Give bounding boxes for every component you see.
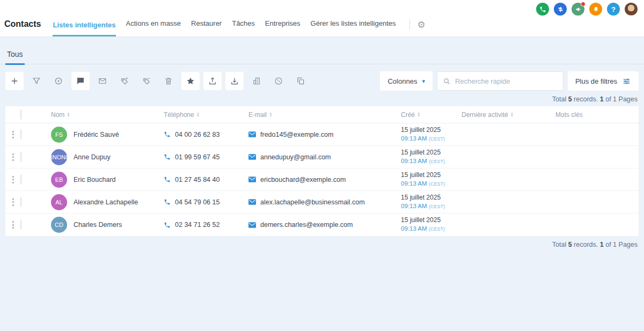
avatar: CD bbox=[51, 217, 67, 233]
column-header-derniere-activite[interactable]: Dernière activité ▲▼ bbox=[462, 111, 555, 119]
favorite-button[interactable] bbox=[181, 72, 200, 90]
row-checkbox[interactable] bbox=[20, 197, 21, 207]
sliders-icon bbox=[622, 77, 631, 85]
phone-icon bbox=[164, 153, 171, 160]
import-button[interactable] bbox=[225, 72, 244, 90]
sort-icon[interactable]: ▲▼ bbox=[510, 112, 514, 117]
tab-restaurer[interactable]: Restaurer bbox=[191, 19, 222, 36]
duplicate-button[interactable] bbox=[291, 72, 310, 90]
download-icon bbox=[230, 76, 239, 86]
message-button[interactable] bbox=[71, 72, 90, 90]
contact-phone[interactable]: 02 34 71 26 52 bbox=[164, 221, 248, 229]
bell-icon[interactable] bbox=[589, 3, 602, 16]
row-menu-icon[interactable] bbox=[12, 131, 14, 138]
delete-button[interactable] bbox=[159, 72, 178, 90]
row-checkbox[interactable] bbox=[20, 219, 21, 230]
contact-email[interactable]: fredo145@exemple.com bbox=[248, 131, 401, 138]
created-cell: 15 juillet 2025 09:13 AM (CEST) bbox=[401, 194, 462, 210]
chevron-down-icon: ▾ bbox=[422, 78, 425, 85]
row-menu-icon[interactable] bbox=[12, 221, 14, 229]
phone-icon[interactable] bbox=[536, 3, 549, 16]
assign-company-button[interactable] bbox=[247, 72, 266, 90]
column-header-nom[interactable]: Nom ▲▼ bbox=[39, 111, 164, 119]
automation-button[interactable] bbox=[49, 72, 68, 90]
remove-tag-button[interactable] bbox=[137, 72, 156, 90]
record-count: 5 bbox=[568, 95, 572, 103]
funnel-icon bbox=[32, 76, 41, 86]
row-checkbox[interactable] bbox=[20, 152, 21, 162]
table-row[interactable]: AL Alexandre Lachapelle 04 54 79 06 15 a… bbox=[5, 191, 639, 214]
phone-icon bbox=[164, 198, 171, 205]
created-time: 09:13 AM bbox=[401, 158, 427, 164]
main-nav: Contacts Listes intelligentes Actions en… bbox=[4, 19, 426, 36]
table-row[interactable]: FS Frédéric Sauvé 04 00 26 62 83 fredo14… bbox=[5, 123, 639, 146]
search-input[interactable] bbox=[455, 77, 558, 85]
envelope-icon bbox=[248, 154, 256, 160]
contact-name[interactable]: Alexandre Lachapelle bbox=[74, 198, 138, 206]
row-menu-icon[interactable] bbox=[12, 153, 14, 161]
bulk-action-buttons bbox=[5, 72, 310, 90]
export-button[interactable] bbox=[203, 72, 222, 90]
contact-name[interactable]: Frédéric Sauvé bbox=[74, 131, 119, 138]
tab-actions-en-masse[interactable]: Actions en masse bbox=[126, 19, 181, 36]
help-icon[interactable]: ? bbox=[607, 3, 620, 16]
contact-email[interactable]: demers.charles@exemple.com bbox=[248, 221, 401, 229]
tab-tous[interactable]: Tous bbox=[5, 45, 25, 65]
whatsapp-button[interactable] bbox=[269, 72, 288, 90]
phone-icon bbox=[164, 131, 171, 138]
add-tag-button[interactable] bbox=[115, 72, 134, 90]
column-header-cree[interactable]: Créé ▲▼ bbox=[401, 111, 462, 119]
trash-icon bbox=[164, 76, 173, 86]
column-header-telephone[interactable]: Téléphone ▲▼ bbox=[164, 111, 248, 119]
phone-icon bbox=[164, 222, 171, 229]
sort-icon[interactable]: ▲▼ bbox=[417, 112, 420, 117]
select-all-checkbox[interactable] bbox=[20, 109, 21, 120]
table-row[interactable]: EB Eric Bouchard 01 27 45 84 40 ericbouc… bbox=[5, 168, 639, 191]
megaphone-icon[interactable] bbox=[572, 3, 584, 16]
sort-icon[interactable]: ▲▼ bbox=[196, 112, 200, 117]
tab-taches[interactable]: Tâches bbox=[232, 19, 255, 36]
contact-email[interactable]: annedupuy@gmail.com bbox=[248, 153, 401, 161]
records-summary-bottom: Total 5 records. 1 of 1 Pages bbox=[6, 241, 638, 248]
contact-name[interactable]: Anne Dupuy bbox=[74, 153, 111, 161]
tab-entreprises[interactable]: Entreprises bbox=[265, 19, 301, 36]
user-avatar[interactable] bbox=[625, 3, 638, 16]
signpost-icon[interactable] bbox=[554, 3, 567, 16]
add-contact-button[interactable] bbox=[5, 72, 24, 90]
row-menu-icon[interactable] bbox=[12, 176, 14, 183]
envelope-icon bbox=[98, 76, 107, 86]
settings-gear-icon[interactable]: ⚙ bbox=[418, 19, 426, 36]
created-date: 15 juillet 2025 bbox=[401, 149, 462, 157]
tab-gerer-les-listes[interactable]: Gérer les listes intelligentes bbox=[311, 19, 396, 36]
contact-phone[interactable]: 04 00 26 62 83 bbox=[164, 131, 248, 138]
columns-dropdown[interactable]: Colonnes ▾ bbox=[380, 71, 432, 91]
column-header-email[interactable]: E-mail ▲▼ bbox=[248, 111, 401, 119]
upload-icon bbox=[208, 76, 217, 86]
more-filters-button[interactable]: Plus de filtres bbox=[568, 71, 639, 91]
contact-phone[interactable]: 01 27 45 84 40 bbox=[164, 176, 248, 183]
contacts-table: Nom ▲▼ Téléphone ▲▼ E-mail ▲▼ Créé ▲▼ De… bbox=[5, 106, 639, 236]
row-menu-icon[interactable] bbox=[12, 198, 14, 206]
contact-email[interactable]: ericbouchard@exemple.com bbox=[248, 176, 401, 183]
row-checkbox[interactable] bbox=[20, 174, 21, 185]
filter-button[interactable] bbox=[27, 72, 46, 90]
row-checkbox[interactable] bbox=[20, 129, 21, 139]
sort-icon[interactable]: ▲▼ bbox=[269, 112, 272, 117]
company-icon bbox=[252, 76, 261, 86]
contact-phone[interactable]: 04 54 79 06 15 bbox=[164, 198, 248, 206]
envelope-icon bbox=[248, 131, 256, 137]
chat-bubble-icon bbox=[76, 76, 85, 86]
created-time: 09:13 AM bbox=[401, 180, 427, 187]
contact-email[interactable]: alex.lachapelle@businessmail.com bbox=[248, 198, 401, 206]
contact-name[interactable]: Eric Bouchard bbox=[74, 176, 116, 183]
sort-icon[interactable]: ▲▼ bbox=[67, 112, 70, 117]
created-cell: 15 juillet 2025 09:13 AM (CEST) bbox=[401, 149, 462, 165]
email-button[interactable] bbox=[93, 72, 112, 90]
contact-name[interactable]: Charles Demers bbox=[74, 221, 122, 229]
table-row[interactable]: CD Charles Demers 02 34 71 26 52 demers.… bbox=[5, 214, 639, 236]
tab-listes-intelligentes[interactable]: Listes intelligentes bbox=[53, 21, 115, 36]
total-pages: 1 bbox=[613, 241, 617, 248]
table-row[interactable]: NNONC Anne Dupuy 01 99 59 67 45 annedupu… bbox=[5, 146, 639, 168]
avatar: NNONC bbox=[51, 149, 67, 165]
contact-phone[interactable]: 01 99 59 67 45 bbox=[164, 153, 248, 161]
